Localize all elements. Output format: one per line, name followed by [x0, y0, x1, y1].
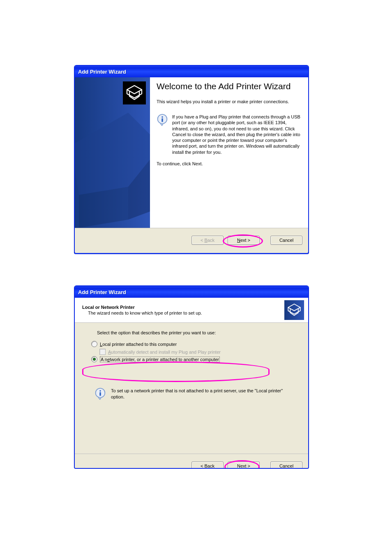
- window-title: Add Printer Wizard: [78, 289, 126, 295]
- window-title-bar[interactable]: Add Printer Wizard: [75, 66, 308, 77]
- window-title-bar[interactable]: Add Printer Wizard: [75, 286, 308, 298]
- checkbox-autodetect: Automatically detect and install my Plug…: [99, 349, 297, 355]
- wizard-header: Local or Network Printer The wizard need…: [75, 298, 308, 323]
- cancel-button[interactable]: Cancel: [270, 236, 302, 245]
- add-printer-wizard-step-welcome: Add Printer Wizard: [74, 65, 309, 254]
- cancel-button[interactable]: Cancel: [270, 461, 302, 469]
- wizard-side-banner: [75, 77, 150, 228]
- next-button[interactable]: Next >: [228, 461, 260, 469]
- window-title: Add Printer Wizard: [78, 69, 126, 75]
- banner-decorative-shape: [75, 113, 150, 228]
- radio-label: A network printer, or a printer attached…: [100, 357, 220, 362]
- add-printer-wizard-step-printer-type: Add Printer Wizard Local or Network Prin…: [74, 285, 309, 469]
- wizard-heading: Welcome to the Add Printer Wizard: [157, 81, 301, 91]
- radio-local-printer[interactable]: Local printer attached to this computer: [91, 341, 297, 347]
- wizard-button-bar: < Back Next > Cancel: [75, 228, 308, 252]
- printer-icon: [284, 300, 304, 320]
- checkbox-icon: [99, 349, 106, 355]
- wizard-button-bar: < Back Next > Cancel: [75, 454, 308, 469]
- wizard-body: Welcome to the Add Printer Wizard This w…: [75, 77, 308, 228]
- wizard-content: Welcome to the Add Printer Wizard This w…: [150, 77, 308, 228]
- svg-rect-10: [99, 392, 101, 396]
- info-panel: If you have a Plug and Play printer that…: [157, 114, 301, 155]
- svg-point-5: [161, 116, 163, 118]
- info-icon: [95, 388, 106, 401]
- radio-label: Local printer attached to this computer: [100, 342, 177, 347]
- svg-point-9: [99, 390, 101, 392]
- next-button[interactable]: Next >: [228, 236, 260, 245]
- continue-text: To continue, click Next.: [157, 161, 301, 167]
- info-icon: [157, 114, 168, 155]
- radio-network-printer[interactable]: A network printer, or a printer attached…: [91, 356, 297, 362]
- svg-rect-6: [161, 118, 163, 122]
- printer-icon: [123, 81, 146, 104]
- radio-icon: [91, 356, 97, 362]
- prompt-text: Select the option that describes the pri…: [97, 330, 297, 335]
- back-button: < Back: [191, 236, 224, 245]
- info-text: If you have a Plug and Play printer that…: [172, 114, 301, 155]
- info-panel: To set up a network printer that is not …: [95, 388, 297, 401]
- info-text: To set up a network printer that is not …: [111, 388, 297, 401]
- wizard-intro-text: This wizard helps you install a printer …: [157, 99, 301, 105]
- checkbox-label: Automatically detect and install my Plug…: [108, 350, 221, 354]
- radio-icon: [91, 341, 97, 347]
- wizard-body: Select the option that describes the pri…: [75, 323, 308, 454]
- wizard-heading: Local or Network Printer: [82, 305, 284, 310]
- back-button[interactable]: < Back: [191, 461, 224, 469]
- highlight-annotation: [82, 361, 270, 382]
- wizard-subheading: The wizard needs to know which type of p…: [82, 310, 284, 315]
